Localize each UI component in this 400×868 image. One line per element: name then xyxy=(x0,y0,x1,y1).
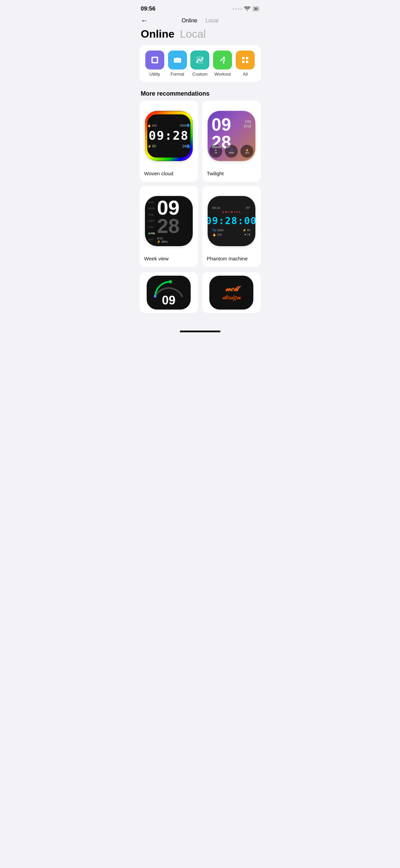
svg-point-12 xyxy=(169,280,172,283)
svg-rect-8 xyxy=(246,57,248,59)
page-title-online: Online xyxy=(141,28,175,40)
woven-cloud-label: Woven cloud xyxy=(140,169,198,182)
workout-icon xyxy=(213,51,232,70)
twilight-label: Twilight xyxy=(202,169,261,182)
week-view-face: SUN MON TUE WED THU FRI SAT 09 28 8/16 ⚡ xyxy=(145,196,193,246)
status-icons: 30 xyxy=(232,6,259,12)
twilight-face: 0928 FRI8/16 ♥ 78 👣 2560 🔥 1 xyxy=(208,111,255,161)
category-card: Utility Formal Custom xyxy=(140,45,261,82)
home-bar xyxy=(180,331,220,332)
week-view-label: Week view xyxy=(140,254,198,267)
nav-bar: ← Online Local xyxy=(134,15,266,26)
utility-label: Utility xyxy=(149,72,160,77)
more-recommendations-heading: More recommendations xyxy=(134,89,266,101)
twilight-face-container: 0928 FRI8/16 ♥ 78 👣 2560 🔥 1 xyxy=(202,101,261,169)
svg-point-13 xyxy=(154,295,156,298)
page-title-row: Online Local xyxy=(134,26,266,45)
phantom-machine-face-container: 08-16 25° SMTWT FS 09:28:00 👣 2560 ⚡ 80 xyxy=(202,186,261,254)
svg-rect-1 xyxy=(153,58,157,62)
week-view-face-container: SUN MON TUE WED THU FRI SAT 09 28 8/16 ⚡ xyxy=(140,186,198,254)
category-formal[interactable]: Formal xyxy=(168,51,187,77)
custom-icon xyxy=(190,51,209,70)
tab-local[interactable]: Local xyxy=(206,18,218,24)
formal-label: Formal xyxy=(170,72,184,77)
svg-rect-9 xyxy=(242,61,245,63)
nav-tabs: Online Local xyxy=(182,18,218,24)
custom-label: Custom xyxy=(192,72,208,77)
back-button[interactable]: ← xyxy=(141,16,148,25)
watch-card-twilight[interactable]: 0928 FRI8/16 ♥ 78 👣 2560 🔥 1 xyxy=(202,101,261,182)
svg-rect-10 xyxy=(246,61,248,63)
partial-watch-cards: 09 𝓌𝑒𝓁𝓁 𝒹𝑒𝓈𝒾𝑔𝓃 xyxy=(134,272,266,327)
page-title-local: Local xyxy=(180,28,206,40)
svg-rect-11 xyxy=(145,113,192,159)
category-utility[interactable]: Utility xyxy=(145,51,164,77)
watch-card-partial-2[interactable]: 𝓌𝑒𝓁𝓁 𝒹𝑒𝓈𝒾𝑔𝓃 xyxy=(202,272,261,313)
phantom-machine-label: Phantom machine xyxy=(202,254,261,267)
watch-card-week-view[interactable]: SUN MON TUE WED THU FRI SAT 09 28 8/16 ⚡ xyxy=(140,186,198,267)
workout-label: Workout xyxy=(214,72,231,77)
tab-online[interactable]: Online xyxy=(182,18,197,24)
svg-rect-7 xyxy=(242,57,245,59)
wifi-icon xyxy=(244,6,250,11)
phantom-machine-face: 08-16 25° SMTWT FS 09:28:00 👣 2560 ⚡ 80 xyxy=(208,196,255,246)
battery-icon: 30 xyxy=(252,6,259,12)
category-custom[interactable]: Custom xyxy=(190,51,209,77)
svg-point-5 xyxy=(202,57,203,59)
category-workout[interactable]: Workout xyxy=(213,51,232,77)
watch-card-partial-1[interactable]: 09 xyxy=(140,272,198,313)
status-bar: 09:56 30 xyxy=(134,0,266,15)
svg-point-4 xyxy=(196,61,198,63)
watch-card-phantom-machine[interactable]: 08-16 25° SMTWT FS 09:28:00 👣 2560 ⚡ 80 xyxy=(202,186,261,267)
all-icon xyxy=(236,51,255,70)
all-label: All xyxy=(243,72,248,77)
home-indicator xyxy=(134,327,266,335)
watch-card-woven-cloud[interactable]: 🔥 162 2560🔵 09:28 ⚡ 80 24🔵 Woven cloud xyxy=(140,101,198,182)
status-time: 09:56 xyxy=(141,5,155,12)
signal-dots-icon xyxy=(232,8,242,10)
category-all[interactable]: All xyxy=(236,51,255,77)
woven-cloud-face-container: 🔥 162 2560🔵 09:28 ⚡ 80 24🔵 xyxy=(140,101,198,169)
formal-icon xyxy=(168,51,187,70)
utility-icon xyxy=(145,51,164,70)
watch-faces-grid: 🔥 162 2560🔵 09:28 ⚡ 80 24🔵 Woven cloud 0… xyxy=(134,101,266,272)
woven-cloud-face: 🔥 162 2560🔵 09:28 ⚡ 80 24🔵 xyxy=(145,111,193,161)
